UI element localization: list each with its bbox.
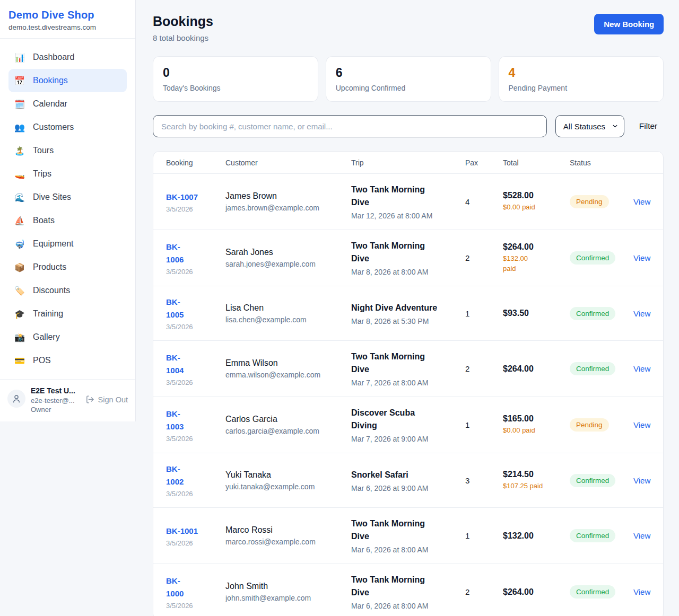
view-link[interactable]: View — [633, 309, 650, 318]
new-booking-button[interactable]: New Booking — [594, 14, 664, 34]
trip-name: Two Tank Morning Dive — [351, 240, 465, 265]
sailboat-icon: ⛵ — [14, 216, 25, 226]
sidebar-item-discounts[interactable]: 🏷️ Discounts — [8, 279, 127, 302]
user-email: e2e-tester@... — [31, 397, 80, 404]
trip-datetime: Mar 6, 2026 at 9:00 AM — [351, 484, 465, 492]
status-cell: Pending — [570, 195, 633, 208]
trip-datetime: Mar 7, 2026 at 9:00 AM — [351, 435, 465, 443]
sidebar-item-label: Equipment — [33, 239, 74, 249]
trip-datetime: Mar 6, 2026 at 8:00 AM — [351, 545, 465, 554]
search-input[interactable] — [153, 115, 547, 137]
customer-email: lisa.chen@example.com — [225, 315, 351, 324]
view-link[interactable]: View — [633, 364, 650, 373]
sidebar-item-products[interactable]: 📦 Products — [8, 256, 127, 279]
view-link[interactable]: View — [633, 587, 650, 596]
sidebar-item-customers[interactable]: 👥 Customers — [8, 116, 127, 139]
view-link[interactable]: View — [633, 197, 650, 206]
sidebar-item-boats[interactable]: ⛵ Boats — [8, 209, 127, 232]
sign-out-button[interactable]: Sign Out — [85, 395, 128, 404]
sidebar-item-calendar[interactable]: 🗓️ Calendar — [8, 92, 127, 116]
sidebar-item-pos[interactable]: 💳 POS — [8, 349, 127, 372]
view-link[interactable]: View — [633, 531, 650, 540]
stat-label: Upcoming Confirmed — [336, 84, 481, 92]
stat-card: 0 Today's Bookings — [153, 56, 318, 102]
booking-id-link[interactable]: BK- 1002 — [166, 463, 225, 488]
table-row: BK-1001 3/5/2026 Marco Rossi marco.rossi… — [153, 507, 663, 564]
total-cell: $132.00 — [503, 531, 570, 541]
total-cell: $264.00 — [503, 587, 570, 597]
sidebar-item-tours[interactable]: 🏝️ Tours — [8, 139, 127, 162]
total-cell: $528.00 $0.00 paid — [503, 191, 570, 213]
page-header: Bookings 8 total bookings New Booking — [153, 14, 664, 42]
speedboat-icon: 🚤 — [14, 169, 25, 179]
booking-date: 3/5/2026 — [166, 268, 225, 276]
status-badge: Confirmed — [570, 529, 615, 542]
graduation-cap-icon: 🎓 — [14, 309, 25, 319]
sidebar-item-dive-sites[interactable]: 🌊 Dive Sites — [8, 186, 127, 209]
tearoff-calendar-icon: 📅 — [14, 76, 25, 86]
sign-out-icon — [85, 395, 94, 404]
view-link[interactable]: View — [633, 420, 650, 429]
table-row: BK- 1000 3/5/2026 John Smith john.smith@… — [153, 564, 663, 616]
total-amount: $264.00 — [503, 364, 570, 374]
stat-value: 4 — [509, 66, 654, 80]
booking-id-link[interactable]: BK- 1005 — [166, 296, 225, 321]
pax-cell: 1 — [465, 420, 503, 429]
trip-cell: Discover Scuba Diving Mar 7, 2026 at 9:0… — [351, 407, 465, 443]
sidebar: Demo Dive Shop demo.test.divestreams.com… — [0, 0, 136, 421]
column-header: Trip — [351, 159, 465, 167]
booking-date: 3/5/2026 — [166, 539, 225, 547]
trip-cell: Two Tank Morning Dive Mar 8, 2026 at 8:0… — [351, 240, 465, 276]
trip-cell: Two Tank Morning Dive Mar 6, 2026 at 8:0… — [351, 517, 465, 554]
sidebar-item-label: Tours — [33, 146, 54, 155]
sidebar-item-dashboard[interactable]: 📊 Dashboard — [8, 46, 127, 69]
booking-id-link[interactable]: BK-1001 — [166, 525, 225, 538]
total-amount: $132.00 — [503, 531, 570, 541]
trip-name: Two Tank Morning Dive — [351, 183, 465, 209]
paid-amount: $107.25 paid — [503, 481, 570, 491]
status-badge: Confirmed — [570, 585, 615, 599]
status-badge: Pending — [570, 195, 609, 208]
user-role: Owner — [31, 406, 80, 413]
sidebar-item-bookings[interactable]: 📅 Bookings — [8, 69, 127, 92]
total-amount: $264.00 — [503, 242, 570, 252]
status-select[interactable]: All Statuses — [555, 115, 624, 137]
sidebar-item-label: Training — [33, 309, 63, 319]
view-link[interactable]: View — [633, 476, 650, 485]
trip-datetime: Mar 6, 2026 at 8:00 AM — [351, 602, 465, 610]
sidebar-item-equipment[interactable]: 🤿 Equipment — [8, 232, 127, 256]
stat-value: 0 — [163, 66, 308, 80]
status-badge: Confirmed — [570, 251, 615, 265]
total-amount: $528.00 — [503, 191, 570, 200]
page-subtitle: 8 total bookings — [153, 33, 213, 42]
pax-cell: 1 — [465, 309, 503, 318]
customer-email: marco.rossi@example.com — [225, 538, 351, 546]
table-row: BK- 1003 3/5/2026 Carlos Garcia carlos.g… — [153, 397, 663, 453]
column-header: Pax — [465, 159, 503, 167]
view-link[interactable]: View — [633, 253, 650, 262]
sidebar-item-trips[interactable]: 🚤 Trips — [8, 162, 127, 186]
water-wave-icon: 🌊 — [14, 192, 25, 203]
customer-cell: Carlos Garcia carlos.garcia@example.com — [225, 415, 351, 435]
package-icon: 📦 — [14, 262, 25, 272]
table-row: BK- 1005 3/5/2026 Lisa Chen lisa.chen@ex… — [153, 286, 663, 340]
price-tag-icon: 🏷️ — [14, 286, 25, 296]
table-header-row: BookingCustomerTripPaxTotalStatus — [153, 152, 663, 173]
booking-id-link[interactable]: BK-1007 — [166, 191, 225, 204]
column-header: Total — [503, 159, 570, 167]
camera-flash-icon: 📸 — [14, 332, 25, 342]
customer-email: john.smith@example.com — [225, 594, 351, 602]
booking-cell: BK- 1004 3/5/2026 — [166, 351, 225, 386]
booking-id-link[interactable]: BK- 1000 — [166, 575, 225, 600]
customer-cell: Sarah Jones sarah.jones@example.com — [225, 248, 351, 268]
sidebar-item-training[interactable]: 🎓 Training — [8, 302, 127, 325]
booking-id-link[interactable]: BK- 1003 — [166, 408, 225, 433]
status-badge: Confirmed — [570, 362, 615, 375]
bar-chart-icon: 📊 — [14, 52, 25, 63]
customer-cell: James Brown james.brown@example.com — [225, 191, 351, 212]
booking-id-link[interactable]: BK- 1004 — [166, 351, 225, 377]
brand-domain: demo.test.divestreams.com — [8, 23, 127, 31]
sidebar-item-gallery[interactable]: 📸 Gallery — [8, 325, 127, 349]
booking-id-link[interactable]: BK- 1006 — [166, 241, 225, 266]
filter-button[interactable]: Filter — [633, 121, 664, 131]
